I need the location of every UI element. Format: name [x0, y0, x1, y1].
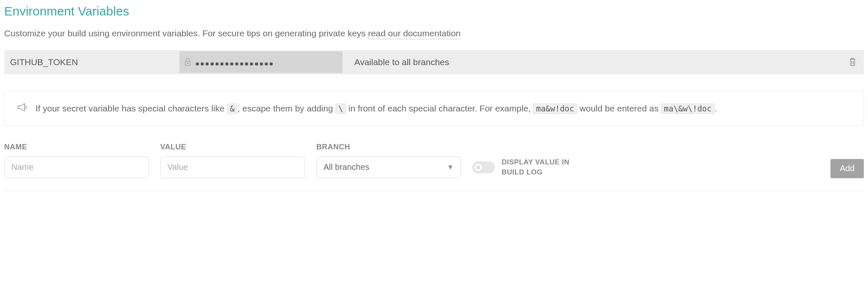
branch-label: BRANCH — [316, 143, 461, 151]
code-example-escaped: ma\&w\!doc — [661, 104, 714, 114]
branch-select[interactable]: All branches ▼ — [316, 157, 461, 178]
code-backslash: \ — [336, 104, 346, 114]
value-input[interactable] — [160, 157, 305, 178]
lock-icon — [184, 58, 191, 66]
display-value-toggle-group: DISPLAY VALUE IN BUILD LOG — [472, 157, 573, 178]
code-example-raw: ma&w!doc — [533, 104, 577, 114]
chevron-down-icon: ▼ — [447, 164, 454, 171]
value-field-group: VALUE — [160, 143, 305, 178]
close-icon — [473, 162, 484, 173]
name-input[interactable] — [4, 157, 149, 178]
code-amp: & — [227, 104, 237, 114]
megaphone-icon — [16, 101, 28, 115]
env-var-name: GITHUB_TOKEN — [10, 57, 179, 67]
svg-rect-2 — [187, 63, 188, 64]
env-var-value[interactable]: •••••••••••••••• — [179, 51, 343, 73]
trash-icon — [849, 61, 856, 68]
delete-button[interactable] — [847, 56, 858, 69]
callout-text: If your secret variable has special char… — [35, 101, 717, 116]
add-var-form: NAME VALUE BRANCH All branches ▼ DISPLAY… — [4, 143, 864, 178]
env-var-row: GITHUB_TOKEN •••••••••••••••• Available … — [4, 50, 864, 74]
branch-selected-value: All branches — [323, 162, 369, 172]
subtitle-text: Customize your build using environment v… — [4, 28, 368, 38]
subtitle: Customize your build using environment v… — [4, 28, 864, 38]
display-value-toggle[interactable] — [472, 162, 495, 173]
name-field-group: NAME — [4, 143, 149, 178]
page-title: Environment Variables — [4, 4, 864, 18]
info-callout: If your secret variable has special char… — [4, 91, 864, 126]
name-label: NAME — [4, 143, 149, 151]
display-value-toggle-label: DISPLAY VALUE IN BUILD LOG — [502, 157, 573, 177]
add-button[interactable]: Add — [830, 159, 864, 178]
divider — [4, 191, 864, 191]
env-var-branch: Available to all branches — [354, 57, 847, 67]
doc-link[interactable]: read our documentation — [368, 28, 461, 39]
value-label: VALUE — [160, 143, 305, 151]
env-var-masked-value: •••••••••••••••• — [195, 58, 274, 70]
branch-field-group: BRANCH All branches ▼ — [316, 143, 461, 178]
